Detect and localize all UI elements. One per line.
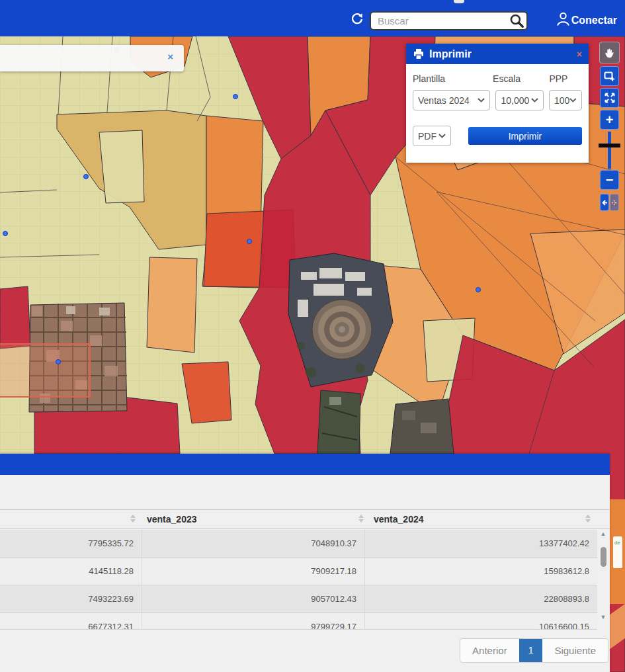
close-icon[interactable]: × (167, 52, 173, 62)
table-body: 7795335.72 7048910.37 13377402.42 414511… (0, 530, 597, 630)
cell-venta-2023: 7909217.18 (142, 558, 365, 585)
next-page-button[interactable]: Siguiente (542, 639, 608, 662)
collapsed-panel[interactable]: × (0, 45, 184, 71)
cell-venta-2024: 15983612.8 (365, 558, 597, 585)
zoom-out-button[interactable]: − (600, 170, 619, 190)
chevron-down-icon (569, 98, 577, 103)
table-scrollbar[interactable]: ▲ ▼ (597, 530, 609, 621)
cell-col1: 7493223.69 (0, 585, 142, 612)
stadium-icon (312, 300, 372, 359)
zoom-in-button[interactable]: + (600, 110, 619, 130)
hand-icon (604, 46, 616, 60)
pagination: Anterior 1 Siguiente (460, 638, 608, 663)
escala-label: Escala (493, 73, 549, 84)
zoom-extent-icon (604, 92, 616, 104)
box-zoom-button[interactable] (600, 66, 619, 86)
cell-venta-2024: 13377402.42 (365, 530, 597, 557)
ppp-value: 100 (554, 95, 569, 106)
person-icon (555, 11, 571, 29)
plantilla-value: Ventas 2024 (418, 95, 470, 106)
escala-select[interactable]: 10,000 (495, 90, 544, 110)
sort-icon[interactable] (585, 515, 591, 523)
map-label-fragment: de (613, 536, 622, 568)
print-dialog-header[interactable]: Imprimir × (406, 44, 589, 64)
cell-venta-2023: 9799729.17 (142, 613, 365, 630)
minus-icon: − (606, 173, 614, 187)
format-select[interactable]: PDF (413, 126, 451, 146)
column-header-venta-2024[interactable]: venta_2024 (374, 514, 424, 525)
column-header-venta-2023[interactable]: venta_2023 (147, 514, 197, 525)
table-row[interactable]: 7493223.69 9057012.43 22808893.8 (0, 585, 597, 613)
search-bar (370, 11, 528, 30)
next-extent-icon (611, 198, 618, 207)
table-row[interactable]: 7795335.72 7048910.37 13377402.42 (0, 530, 597, 558)
ppp-select[interactable]: 100 (549, 90, 582, 110)
zoom-slider-handle[interactable] (599, 144, 620, 147)
print-button[interactable]: Imprimir (468, 127, 582, 145)
plantilla-label: Plantilla (413, 73, 493, 84)
cell-venta-2023: 7048910.37 (142, 530, 365, 557)
satellite-patch-southeast (390, 399, 454, 454)
current-page-button[interactable]: 1 (519, 639, 543, 662)
zoom-slider-track (608, 132, 611, 169)
cell-venta-2023: 9057012.43 (142, 585, 365, 612)
refresh-icon[interactable] (351, 13, 364, 26)
selection-rectangle (0, 344, 90, 397)
print-dialog: Imprimir × Plantilla Escala PPP Ventas 2… (406, 44, 589, 163)
escala-value: 10,000 (501, 95, 529, 106)
scroll-down-icon[interactable]: ▼ (601, 613, 606, 621)
previous-page-button[interactable]: Anterior (460, 639, 519, 662)
search-input[interactable] (370, 11, 528, 30)
header-notch (454, 0, 464, 3)
search-icon[interactable] (509, 13, 524, 31)
sort-icon[interactable] (130, 515, 136, 523)
results-panel-titlebar[interactable] (0, 454, 610, 475)
close-icon[interactable]: × (577, 49, 582, 60)
plantilla-select[interactable]: Ventas 2024 (413, 90, 490, 110)
scrollbar-thumb[interactable] (601, 547, 606, 567)
sort-icon[interactable] (358, 515, 364, 523)
cell-venta-2024: 22808893.8 (365, 585, 597, 612)
cell-col1: 4145118.28 (0, 558, 142, 585)
format-value: PDF (418, 131, 437, 142)
printer-icon (413, 49, 425, 60)
cell-venta-2024: 10616600.15 (365, 613, 597, 630)
top-header: Conectar (0, 0, 625, 36)
connect-label: Conectar (571, 15, 617, 26)
connect-button[interactable]: Conectar (555, 11, 617, 29)
table-row[interactable]: 6677312.31 9799729.17 10616600.15 (0, 613, 597, 630)
map-toolbar: + − (599, 42, 620, 211)
scroll-up-icon[interactable]: ▲ (601, 530, 606, 538)
satellite-patch-south (317, 390, 360, 454)
cell-col1: 7795335.72 (0, 530, 142, 557)
table-header-row: venta_2023 venta_2024 (0, 509, 610, 529)
box-zoom-icon (603, 70, 616, 83)
app-window: de × Imprimir × Plan (0, 0, 625, 672)
chevron-down-icon (531, 98, 538, 103)
svg-text:de: de (614, 540, 620, 546)
table-row[interactable]: 4145118.28 7909217.18 15983612.8 (0, 558, 597, 585)
zoom-slider[interactable] (599, 132, 620, 169)
cell-col1: 6677312.31 (0, 613, 142, 630)
pan-tool-button[interactable] (599, 42, 620, 63)
previous-extent-icon (601, 198, 608, 207)
previous-extent-button[interactable] (600, 194, 609, 211)
results-panel: venta_2023 venta_2024 7795335.72 7048910… (0, 454, 610, 672)
zoom-extent-button[interactable] (600, 88, 619, 108)
next-extent-button[interactable] (610, 194, 619, 211)
print-dialog-title: Imprimir (429, 48, 472, 60)
ppp-label: PPP (549, 73, 582, 84)
chevron-down-icon (438, 134, 446, 138)
chevron-down-icon (478, 98, 485, 103)
plus-icon: + (606, 113, 614, 126)
